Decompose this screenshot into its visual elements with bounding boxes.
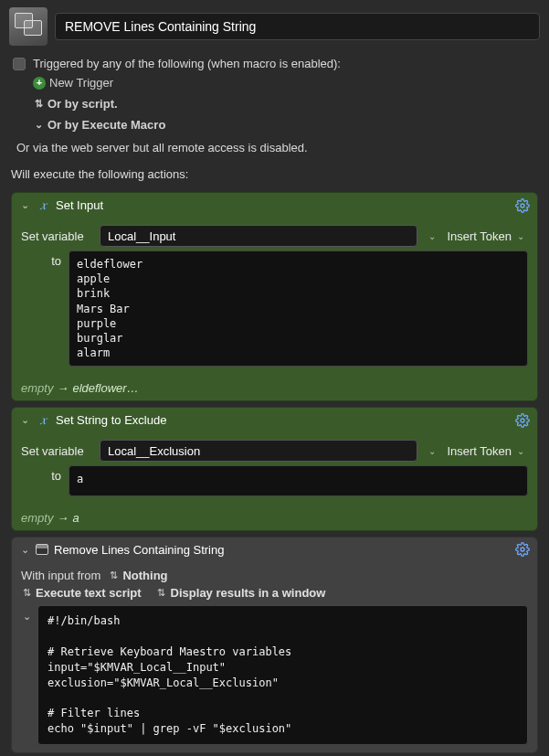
status-preview: empty→eldeflower… bbox=[12, 378, 537, 400]
insert-token-button[interactable]: Insert Token⌄ bbox=[447, 229, 528, 243]
chevron-down-icon[interactable]: ⌄ bbox=[33, 119, 44, 131]
action-remove-lines[interactable]: ⌄ Remove Lines Containing String With in… bbox=[11, 537, 538, 752]
script-textarea[interactable]: #!/bin/bash # Retrieve Keyboard Maestro … bbox=[37, 605, 528, 744]
chevron-down-icon[interactable]: ⌄ bbox=[425, 446, 439, 456]
chevron-down-icon[interactable]: ⌄ bbox=[21, 611, 32, 623]
with-input-from-label: With input from bbox=[21, 569, 100, 582]
chevron-down-icon[interactable]: ⌄ bbox=[425, 231, 439, 241]
action-title: Set String to Exclude bbox=[56, 413, 510, 427]
collapse-icon[interactable]: ⌄ bbox=[19, 414, 30, 426]
set-variable-label: Set variable bbox=[21, 229, 92, 243]
variable-name-select[interactable]: Local__Exclusion bbox=[100, 440, 417, 462]
action-title: Remove Lines Containing String bbox=[54, 543, 510, 557]
action-title: Set Input bbox=[56, 198, 510, 212]
action-set-input[interactable]: ⌄ 𝑥 Set Input Set variable Local__Input … bbox=[11, 192, 538, 401]
will-execute-label: Will execute the following actions: bbox=[4, 162, 545, 186]
or-via-web-label: Or via the web server but all remote acc… bbox=[4, 135, 545, 162]
variable-icon: 𝑥 bbox=[36, 412, 50, 428]
add-trigger-icon[interactable]: + bbox=[33, 77, 46, 90]
action-set-exclusion[interactable]: ⌄ 𝑥 Set String to Exclude Set variable L… bbox=[11, 407, 538, 531]
value-textarea[interactable]: a bbox=[69, 465, 528, 496]
svg-point-1 bbox=[521, 419, 524, 422]
value-textarea[interactable]: eldeflower apple brink Mars Bar purple b… bbox=[69, 250, 528, 367]
to-label: to bbox=[21, 465, 61, 483]
with-input-from-select[interactable]: ⇅ Nothing bbox=[108, 569, 167, 582]
new-trigger-link[interactable]: New Trigger bbox=[49, 76, 113, 90]
gear-icon[interactable] bbox=[515, 413, 530, 428]
or-by-script-link[interactable]: Or by script. bbox=[48, 97, 118, 111]
macro-icon bbox=[9, 7, 48, 46]
set-variable-label: Set variable bbox=[21, 444, 92, 458]
variable-icon: 𝑥 bbox=[36, 197, 50, 213]
terminal-icon bbox=[36, 544, 48, 555]
svg-point-2 bbox=[521, 548, 524, 551]
svg-point-0 bbox=[521, 204, 524, 208]
updown-icon[interactable]: ⇅ bbox=[33, 98, 44, 110]
collapse-icon[interactable]: ⌄ bbox=[19, 199, 30, 211]
execute-text-script-select[interactable]: ⇅ Execute text script bbox=[21, 586, 142, 600]
gear-icon[interactable] bbox=[515, 542, 530, 557]
insert-token-button[interactable]: Insert Token⌄ bbox=[447, 444, 528, 458]
collapse-icon[interactable]: ⌄ bbox=[19, 544, 30, 556]
trigger-enable-checkbox[interactable] bbox=[13, 58, 26, 70]
gear-icon[interactable] bbox=[515, 198, 530, 213]
to-label: to bbox=[21, 250, 61, 268]
or-by-execute-macro-link[interactable]: Or by Execute Macro bbox=[48, 118, 165, 132]
status-preview: empty→a bbox=[12, 507, 537, 530]
variable-name-select[interactable]: Local__Input bbox=[100, 225, 417, 247]
display-results-select[interactable]: ⇅ Display results in a window bbox=[156, 586, 326, 600]
trigger-label: Triggered by any of the following (when … bbox=[33, 57, 341, 70]
macro-name-input[interactable] bbox=[55, 13, 540, 40]
